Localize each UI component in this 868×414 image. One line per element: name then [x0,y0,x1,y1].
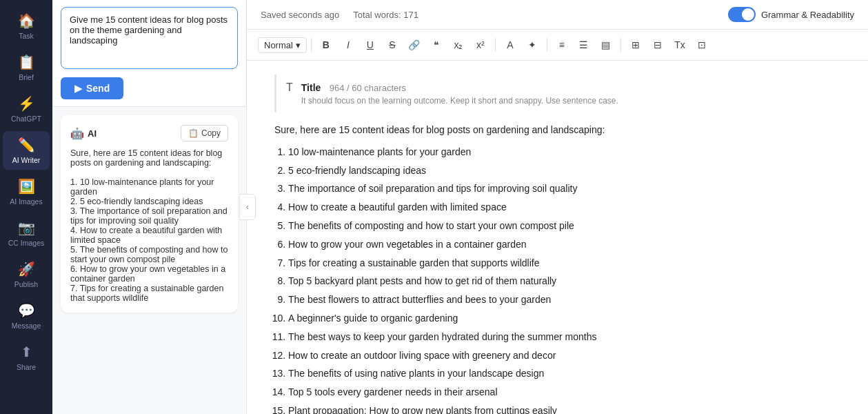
sidebar-item-cc-images[interactable]: 📷 CC Images [3,214,50,253]
list-item: Top 5 tools every gardener needs in thei… [288,384,840,401]
sidebar-item-publish[interactable]: 🚀 Publish [3,255,50,294]
highlight-button[interactable]: ✦ [522,35,543,55]
chat-item-5: 5. The benefits of composting and how to… [70,245,228,264]
italic-button[interactable]: I [338,35,359,55]
ordered-list-button[interactable]: ≡ [552,35,572,55]
sidebar-item-ai-images[interactable]: 🖼️ AI Images [3,172,50,211]
send-icon: ▶ [74,83,82,94]
word-count-value: 171 [403,10,418,20]
sidebar-item-cc-images-label: CC Images [8,239,45,247]
quote-button[interactable]: ❝ [426,35,447,55]
editor-content[interactable]: T Title 964 / 60 characters It should fo… [247,61,868,414]
ai-avatar-icon: 🤖 [70,127,84,140]
word-count-label: Total words: [353,10,401,20]
send-label: Send [86,83,110,94]
text-color-button[interactable]: A [500,35,521,55]
unordered-list-button[interactable]: ☰ [574,35,594,55]
list-item: The importance of soil preparation and t… [288,181,840,197]
send-button[interactable]: ▶ Send [61,77,123,99]
message-icon: 💬 [18,302,35,319]
sidebar-item-chatgpt-label: ChatGPT [11,115,41,123]
editor-topbar: Saved seconds ago Total words: 171 Gramm… [247,0,868,30]
chat-item-3: 3. The importance of soil preparation an… [70,206,228,226]
list-item: The benefits of composting and how to st… [288,218,840,235]
sidebar-item-ai-writer-label: AI Writer [12,156,41,164]
chat-intro-text: Sure, here are 15 content ideas for blog… [70,148,228,168]
sidebar-item-task[interactable]: 🏠 Task [3,7,50,46]
word-count: Total words: 171 [353,10,418,20]
list-item: Top 5 backyard plant pests and how to ge… [288,273,840,290]
superscript-button[interactable]: x² [470,35,491,55]
title-info: Title 964 / 60 characters It should focu… [301,81,831,106]
toolbar-separator-1 [311,38,312,52]
editor-panel: Saved seconds ago Total words: 171 Gramm… [247,0,868,414]
sidebar-item-share[interactable]: ⬆ Share [3,338,50,377]
prompt-input[interactable]: Give me 15 content ideas for blog posts … [61,7,238,69]
share-icon: ⬆ [21,344,32,360]
copy-button[interactable]: 📋 Copy [181,125,228,141]
editor-body[interactable]: Sure, here are 15 content ideas for blog… [274,122,840,414]
list-item: A beginner's guide to organic gardening [288,310,840,327]
title-icon: T [286,81,293,94]
list-item: Tips for creating a sustainable garden t… [288,255,840,272]
sidebar-item-share-label: Share [17,363,36,371]
list-item: The best flowers to attract butterflies … [288,292,840,308]
strikethrough-button[interactable]: S [382,35,403,55]
chat-item-4: 4. How to create a beautiful garden with… [70,226,228,245]
sidebar-item-message[interactable]: 💬 Message [3,297,50,335]
toolbar-separator-3 [547,38,547,52]
list-item: How to create an outdoor living space wi… [288,348,840,364]
collapse-panel-button[interactable]: ‹ [239,194,256,220]
editor-toolbar: Normal ▾ B I U S 🔗 ❝ x₂ x² A ✦ ≡ ☰ ▤ ⊞ ⊟… [247,30,868,61]
editor-list: 10 low-maintenance plants for your garde… [274,144,840,414]
underline-button[interactable]: U [360,35,381,55]
grammar-toggle-switch[interactable] [728,7,756,22]
indent-button[interactable]: ▤ [596,35,616,55]
sidebar-item-brief[interactable]: 📋 Brief [3,48,50,87]
style-select[interactable]: Normal ▾ [258,37,307,53]
image-button[interactable]: ⊞ [625,35,646,55]
link-button[interactable]: 🔗 [404,35,425,55]
chat-item-6: 6. How to grow your own vegetables in a … [70,264,228,284]
sidebar-item-ai-images-label: AI Images [10,197,42,206]
chat-item-2: 2. 5 eco-friendly landscaping ideas [70,197,228,206]
sidebar: 🏠 Task 📋 Brief ⚡ ChatGPT ✏️ AI Writer 🖼️… [0,0,52,414]
editor-intro: Sure, here are 15 content ideas for blog… [274,122,840,139]
sidebar-item-ai-writer[interactable]: ✏️ AI Writer [3,131,50,170]
bubble-header: 🤖 AI 📋 Copy [70,125,228,141]
ai-chat-bubble: 🤖 AI 📋 Copy Sure, here are 15 content id… [61,115,238,313]
list-item: How to grow your own vegetables in a con… [288,237,840,253]
list-item: 10 low-maintenance plants for your garde… [288,144,840,161]
ai-writer-icon: ✏️ [18,137,35,153]
table-button[interactable]: ⊟ [647,35,668,55]
list-item: 5 eco-friendly landscaping ideas [288,163,840,179]
task-icon: 🏠 [18,12,35,29]
style-select-label: Normal [264,40,293,50]
title-char-count: 964 / 60 characters [330,83,406,93]
copy-label: Copy [201,128,221,138]
middle-panel: Give me 15 content ideas for blog posts … [52,0,247,414]
grammar-toggle[interactable]: Grammar & Readability [728,7,854,22]
clear-format-button[interactable]: Tx [669,35,690,55]
chevron-down-icon: ▾ [296,40,301,50]
comment-button[interactable]: ⊡ [692,35,712,55]
sidebar-item-task-label: Task [19,32,34,40]
chat-item-7: 7. Tips for creating a sustainable garde… [70,284,228,303]
chatgpt-icon: ⚡ [18,95,35,112]
sidebar-item-brief-label: Brief [19,73,34,81]
prompt-area: Give me 15 content ideas for blog posts … [52,0,246,107]
list-item: Plant propagation: How to grow new plant… [288,403,840,414]
subscript-button[interactable]: x₂ [448,35,469,55]
list-item: The benefits of using native plants in y… [288,366,840,382]
title-hint: It should focus on the learning outcome.… [301,96,831,106]
bold-button[interactable]: B [316,35,336,55]
ai-label: 🤖 AI [70,127,97,140]
grammar-toggle-label: Grammar & Readability [761,10,854,20]
title-block: T Title 964 / 60 characters It should fo… [274,75,840,112]
chat-area: 🤖 AI 📋 Copy Sure, here are 15 content id… [52,107,246,414]
sidebar-item-chatgpt[interactable]: ⚡ ChatGPT [3,90,50,128]
list-item: The best ways to keep your garden hydrat… [288,329,840,346]
publish-icon: 🚀 [18,261,35,277]
ai-label-text: AI [88,128,97,139]
toolbar-separator-2 [495,38,496,52]
